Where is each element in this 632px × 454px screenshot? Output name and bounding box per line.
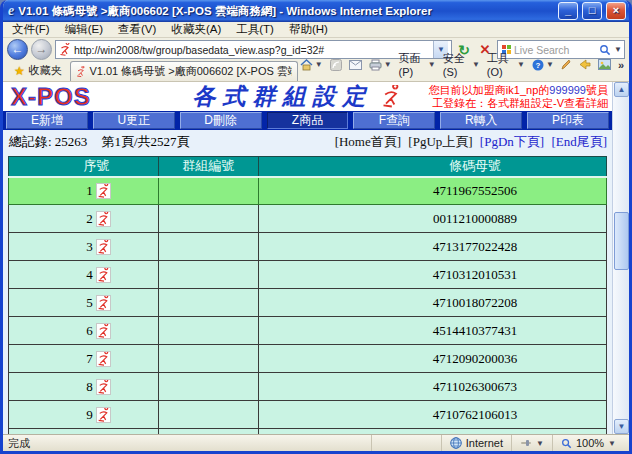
command-overflow-chevron[interactable]: » xyxy=(618,59,624,71)
scroll-up-arrow[interactable]: ▲ xyxy=(614,82,629,97)
zoom-dropdown-icon[interactable]: ▼ xyxy=(608,439,616,448)
row-edit-icon[interactable] xyxy=(96,183,111,199)
zone-label: Internet xyxy=(466,437,503,449)
favorites-star-icon: ★ xyxy=(14,64,25,78)
nav-product-button[interactable]: Z商品 xyxy=(267,112,349,129)
page-content: X-POS 各式群組設定 您目前以加盟商ik1_np的999999號員工登錄在：… xyxy=(3,82,612,434)
close-button[interactable]: × xyxy=(606,2,626,20)
status-spacer-panel xyxy=(371,435,441,451)
record-info-line: 總記錄: 25263第1頁/共2527頁 [Home首頁] [PgUp上頁] [… xyxy=(3,130,612,153)
barcode-table: 序號 群組編號 條碼母號 1 4711967552506 2 001121000… xyxy=(8,156,607,434)
zoom-icon xyxy=(561,438,572,449)
page-menu[interactable]: 页面(P)▼ xyxy=(399,51,436,78)
barcode-cell: 4710018072208 xyxy=(259,289,607,317)
browser-viewport: X-POS 各式群組設定 您目前以加盟商ik1_np的999999號員工登錄在：… xyxy=(3,82,629,434)
command-bar: ▼ ▼ 页面(P)▼ xyxy=(298,51,626,81)
picture-icon xyxy=(598,59,611,70)
send-icon xyxy=(579,59,591,70)
menu-favorites[interactable]: 收藏夹(A) xyxy=(171,22,221,37)
favorites-button[interactable]: ★ 收藏夹 xyxy=(6,61,70,81)
home-button[interactable]: ▼ xyxy=(300,59,323,71)
svg-text:?: ? xyxy=(536,61,541,70)
table-row: 1 4711967552506 xyxy=(9,177,607,205)
menu-file[interactable]: 文件(F) xyxy=(12,22,50,37)
row-edit-icon[interactable] xyxy=(96,351,111,367)
print-icon xyxy=(369,59,382,71)
barcode-cell xyxy=(259,429,607,435)
tools-menu[interactable]: 工具(O)▼ xyxy=(487,51,525,78)
browser-tab[interactable]: V1.01 條碼母號 >廠商006602 [X-POS 雲端商... xyxy=(70,61,298,81)
window-title: V1.01 條碼母號 >廠商006602 [X-POS 雲端商務網] - Win… xyxy=(18,4,554,19)
pgup-link[interactable]: [PgUp上頁] xyxy=(408,134,472,149)
tab-favicon xyxy=(76,66,86,78)
menu-help[interactable]: 帮助(H) xyxy=(289,22,328,37)
row-edit-icon[interactable] xyxy=(96,267,111,283)
picture-button[interactable] xyxy=(598,59,611,70)
nav-add-button[interactable]: E新增 xyxy=(6,112,88,129)
nav-update-button[interactable]: U更正 xyxy=(93,112,175,129)
pencil-icon xyxy=(561,59,572,70)
end-page-link[interactable]: [End尾頁] xyxy=(551,134,607,149)
vertical-scrollbar[interactable]: ▲ ▼ xyxy=(612,82,629,434)
xpos-logo: X-POS xyxy=(11,83,171,111)
scroll-down-arrow[interactable]: ▼ xyxy=(614,419,629,434)
scroll-thumb[interactable] xyxy=(614,212,629,270)
barcode-cell: 0011210000889 xyxy=(259,205,607,233)
maximize-button[interactable]: □ xyxy=(582,2,602,20)
back-button[interactable]: ← xyxy=(7,39,28,60)
nav-print-button[interactable]: P印表 xyxy=(527,112,609,129)
page-title: 各式群組設定 xyxy=(193,82,373,112)
row-edit-icon[interactable] xyxy=(96,295,111,311)
table-row-partial xyxy=(9,429,607,435)
feeds-button[interactable] xyxy=(330,59,342,71)
table-row: 8 4711026300673 xyxy=(9,373,607,401)
print-button[interactable]: ▼ xyxy=(369,59,392,71)
forward-button[interactable]: → xyxy=(31,39,52,60)
mail-icon xyxy=(349,60,362,70)
row-edit-icon[interactable] xyxy=(96,211,111,227)
home-icon xyxy=(300,59,313,71)
barcode-cell: 4712090200036 xyxy=(259,345,607,373)
table-row: 3 4713177022428 xyxy=(9,233,607,261)
page-position: 第1頁/共2527頁 xyxy=(101,134,189,149)
zoom-panel[interactable]: 100% ▼ xyxy=(552,435,624,451)
total-records: 總記錄: 25263 xyxy=(9,134,87,149)
home-page-link[interactable]: [Home首頁] xyxy=(335,134,401,149)
table-header-row: 序號 群組編號 條碼母號 xyxy=(9,157,607,177)
table-row: 6 4514410377431 xyxy=(9,317,607,345)
minimize-button[interactable]: _ xyxy=(558,2,578,20)
security-zone-panel: Internet xyxy=(441,435,511,451)
menu-tools[interactable]: 工具(T) xyxy=(236,22,274,37)
mail-button[interactable] xyxy=(349,60,362,70)
nav-import-button[interactable]: R轉入 xyxy=(440,112,522,129)
row-edit-icon[interactable] xyxy=(96,323,111,339)
favorites-label: 收藏夹 xyxy=(29,63,62,78)
barcode-cell: 4711026300673 xyxy=(259,373,607,401)
feed-icon xyxy=(330,59,342,71)
pgdn-link[interactable]: [PgDn下頁] xyxy=(480,134,544,149)
header-barcode: 條碼母號 xyxy=(259,157,607,177)
barcode-cell: 4710762106013 xyxy=(259,401,607,429)
protected-mode-panel[interactable]: ▼ xyxy=(511,435,552,451)
header-group: 群組編號 xyxy=(159,157,259,177)
status-bar: 完成 Internet ▼ 100% ▼ xyxy=(3,434,629,451)
function-nav-bar: E新增 U更正 D刪除 Z商品 F查詢 R轉入 P印表 xyxy=(3,111,612,130)
row-edit-icon[interactable] xyxy=(96,407,111,423)
help-button[interactable]: ? ▼ xyxy=(532,59,554,71)
table-row: 2 0011210000889 xyxy=(9,205,607,233)
safety-menu[interactable]: 安全(S)▼ xyxy=(443,51,480,78)
barcode-cell: 4713177022428 xyxy=(259,233,607,261)
tab-command-bar: ★ 收藏夹 V1.01 條碼母號 >廠商006602 [X-POS 雲端商...… xyxy=(3,61,629,82)
nav-delete-button[interactable]: D刪除 xyxy=(180,112,262,129)
barcode-cell: 4710312010531 xyxy=(259,261,607,289)
edit-button[interactable] xyxy=(561,59,572,70)
globe-icon xyxy=(450,437,462,449)
row-edit-icon[interactable] xyxy=(96,379,111,395)
menu-edit[interactable]: 编辑(E) xyxy=(65,22,103,37)
row-edit-icon[interactable] xyxy=(96,239,111,255)
protected-mode-dropdown-icon[interactable]: ▼ xyxy=(536,439,544,448)
menu-view[interactable]: 查看(V) xyxy=(118,22,156,37)
send-button[interactable] xyxy=(579,59,591,70)
table-row: 4 4710312010531 xyxy=(9,261,607,289)
nav-query-button[interactable]: F查詢 xyxy=(353,112,435,129)
